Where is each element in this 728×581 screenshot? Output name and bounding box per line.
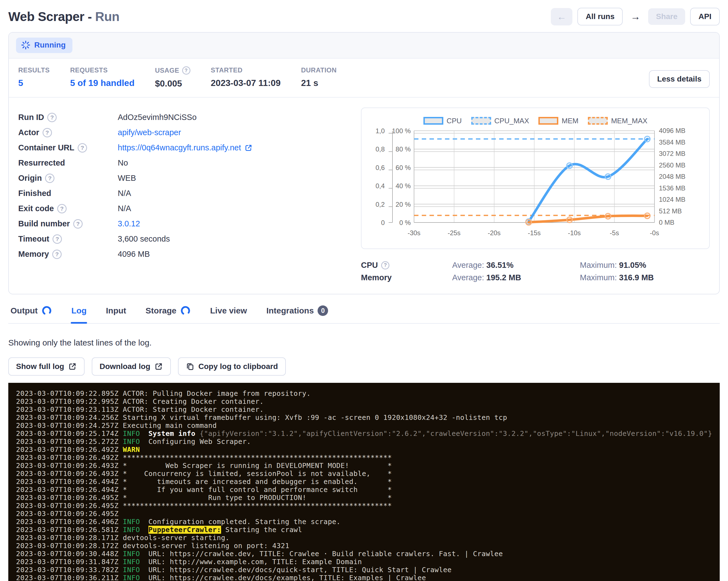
less-details-button[interactable]: Less details	[649, 70, 710, 88]
spinner-icon	[21, 41, 30, 50]
log-line: 2023-03-07T10:09:22.895Z ACTOR: Pulling …	[16, 390, 720, 397]
legend-item-cpu_max[interactable]: CPU_MAX	[471, 117, 529, 125]
tab-output[interactable]: Output	[10, 304, 53, 323]
legend-label: MEM	[562, 117, 578, 125]
log-line: 2023-03-07T10:09:26.496Z INFO Configurat…	[16, 518, 720, 526]
run-details: Run ID?AdOz5evimh9NCiSSoActor?apify/web-…	[18, 107, 361, 282]
legend-label: MEM_MAX	[611, 117, 647, 125]
log-line: 2023-03-07T10:09:26.493Z * Concurrency i…	[16, 470, 720, 478]
log-line: 2023-03-07T10:09:26.495Z ***************…	[16, 502, 720, 510]
svg-text:-30s: -30s	[408, 229, 421, 237]
all-runs-button[interactable]: All runs	[577, 8, 623, 25]
detail-value: N/A	[118, 189, 131, 198]
svg-text:0,4: 0,4	[375, 182, 385, 190]
legend-swatch	[471, 117, 491, 125]
download-log-button[interactable]: Download log	[92, 358, 171, 376]
log-line: 2023-03-07T10:09:28.172Z devtools-server…	[16, 542, 720, 550]
help-icon[interactable]: ?	[78, 143, 87, 153]
button-label: Download log	[100, 362, 150, 371]
svg-text:512 MB: 512 MB	[659, 207, 682, 215]
detail-row: FinishedN/A	[18, 186, 361, 201]
svg-text:0 %: 0 %	[399, 219, 411, 227]
external-link-icon	[244, 144, 253, 152]
detail-value: 3,600 seconds	[118, 234, 170, 243]
tab-log[interactable]: Log	[71, 304, 87, 323]
log-line: 2023-03-07T10:09:25.174Z INFO System inf…	[16, 429, 720, 438]
stat-duration: DURATION 21 s	[301, 66, 337, 88]
detail-label: Timeout?	[18, 234, 118, 244]
button-label: Copy log to clipboard	[199, 362, 278, 371]
arrow-left-icon: ←	[557, 11, 566, 22]
log-line: 2023-03-07T10:09:26.492Z WARN	[16, 446, 720, 454]
stat-label: STARTED	[211, 66, 243, 74]
help-icon[interactable]: ?	[182, 66, 190, 75]
detail-value[interactable]: apify/web-scraper	[118, 128, 181, 137]
log-console[interactable]: 2023-03-07T10:09:22.895Z ACTOR: Pulling …	[8, 383, 720, 581]
previous-run-button[interactable]: ←	[551, 8, 572, 25]
detail-value[interactable]: https://0q64wnacgyft.runs.apify.net	[118, 143, 253, 152]
chart-legend: CPUCPU_MAXMEMMEM_MAX	[362, 115, 709, 127]
svg-text:1,0: 1,0	[375, 127, 385, 135]
memory-stats-label: Memory	[361, 273, 452, 282]
svg-text:-10s: -10s	[568, 229, 581, 237]
log-line: 2023-03-07T10:09:33.782Z INFO URL: https…	[16, 566, 720, 574]
log-line: 2023-03-07T10:09:26.494Z * If you want f…	[16, 486, 720, 494]
show-full-log-button[interactable]: Show full log	[8, 358, 84, 376]
share-button[interactable]: Share	[648, 8, 685, 25]
detail-label: Run ID?	[18, 113, 118, 122]
log-line: 2023-03-07T10:09:25.272Z INFO Configurin…	[16, 438, 720, 446]
svg-text:-5s: -5s	[610, 229, 619, 237]
status-label: Running	[34, 41, 66, 50]
memory-average: Average: 195.2 MB	[452, 273, 580, 282]
page-title: Web Scraper - Run	[8, 9, 120, 24]
stats-row: RESULTS 5 REQUESTS 5 of 19 handled USAGE…	[9, 59, 719, 97]
help-icon[interactable]: ?	[53, 234, 62, 244]
detail-value: No	[118, 158, 128, 167]
legend-label: CPU	[447, 117, 462, 125]
legend-item-cpu[interactable]: CPU	[423, 117, 462, 125]
copy-log-button[interactable]: Copy log to clipboard	[178, 358, 286, 376]
help-icon[interactable]: ?	[73, 219, 83, 229]
status-strip: Running	[9, 33, 719, 59]
detail-row: Build number?3.0.12	[18, 216, 361, 231]
log-line: 2023-03-07T10:09:31.847Z INFO URL: http:…	[16, 558, 720, 566]
svg-text:0,8: 0,8	[375, 146, 385, 153]
detail-label: Exit code?	[18, 204, 118, 213]
stat-results: RESULTS 5	[18, 66, 50, 88]
legend-label: CPU_MAX	[494, 117, 529, 125]
tab-input[interactable]: Input	[105, 304, 127, 323]
help-icon[interactable]: ?	[57, 204, 67, 213]
tab-storage[interactable]: Storage	[145, 304, 191, 323]
help-icon[interactable]: ?	[43, 128, 52, 137]
details-area: Run ID?AdOz5evimh9NCiSSoActor?apify/web-…	[9, 98, 719, 294]
svg-text:0,6: 0,6	[375, 164, 385, 171]
help-icon[interactable]: ?	[52, 249, 62, 259]
chart-column: CPUCPU_MAXMEMMEM_MAX 1,00,80,60,40,20100…	[361, 107, 710, 282]
help-icon[interactable]: ?	[45, 174, 54, 183]
log-line: 2023-03-07T10:09:24.256Z Starting X virt…	[16, 414, 720, 422]
detail-value[interactable]: 3.0.12	[118, 219, 140, 228]
detail-value: WEB	[118, 174, 136, 183]
detail-label: Actor?	[18, 128, 118, 137]
external-link-icon	[68, 362, 77, 371]
api-button[interactable]: API	[690, 8, 720, 25]
tab-integrations[interactable]: Integrations0	[266, 304, 329, 323]
legend-item-mem_max[interactable]: MEM_MAX	[588, 117, 647, 125]
stat-started: STARTED 2023-03-07 11:09	[211, 66, 281, 88]
log-line: 2023-03-07T10:09:26.495Z	[16, 510, 720, 518]
stat-label: RESULTS	[18, 66, 50, 74]
stat-value[interactable]: 5 of 19 handled	[70, 78, 135, 88]
stat-value[interactable]: 5	[18, 78, 50, 88]
help-icon[interactable]: ?	[381, 261, 389, 269]
legend-swatch	[538, 117, 558, 125]
help-icon[interactable]: ?	[47, 113, 57, 122]
tab-live-view[interactable]: Live view	[209, 304, 248, 323]
detail-label: Build number?	[18, 219, 118, 229]
detail-row: Origin?WEB	[18, 170, 361, 186]
detail-label: Container URL?	[18, 143, 118, 153]
stat-value: 2023-03-07 11:09	[211, 78, 281, 88]
next-run-button[interactable]: →	[628, 9, 643, 24]
run-subtitle: Run	[95, 9, 120, 24]
legend-item-mem[interactable]: MEM	[538, 117, 578, 125]
detail-value: N/A	[118, 204, 131, 213]
